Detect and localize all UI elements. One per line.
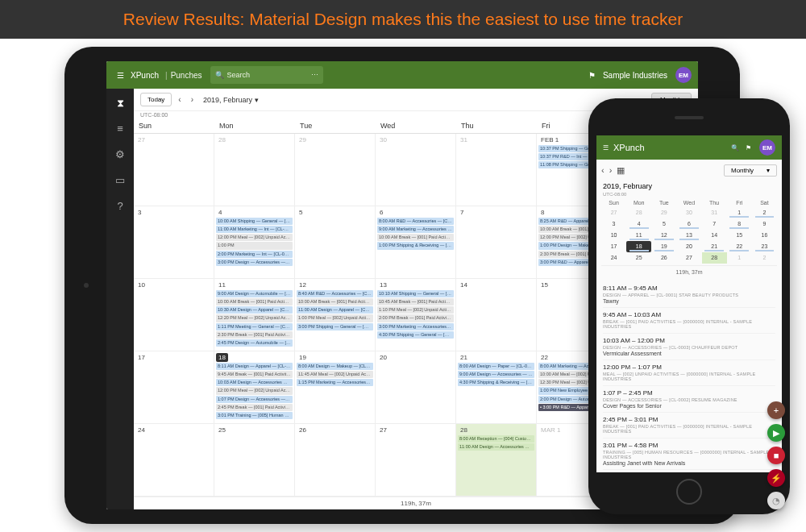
mini-cal-day[interactable]: 1 xyxy=(727,207,752,218)
calendar-event[interactable]: 10:30 AM Design — Apparel — [CL-0003 xyxy=(216,306,293,314)
mini-cal-day[interactable]: 25 xyxy=(626,252,651,264)
next-icon[interactable]: › xyxy=(609,165,613,175)
calendar-cell[interactable]: 128:40 AM R&D — Accessories — [CL-000210… xyxy=(295,279,376,351)
calendar-event[interactable]: 2:45 PM Design — Automobile — [CL-00 xyxy=(216,339,293,347)
mini-cal-day[interactable]: 27 xyxy=(601,207,626,218)
calendar-event[interactable]: 9:00 AM Design — Accessories — [CL-00 xyxy=(458,371,534,378)
fab-play-icon[interactable]: ▶ xyxy=(767,424,782,442)
search-input[interactable]: 🔍 Search ⋯ xyxy=(210,66,323,84)
mini-cal-day[interactable]: 14 xyxy=(702,230,727,241)
mini-cal-day[interactable]: 21 xyxy=(702,241,727,252)
calendar-event[interactable]: 8:00 AM Design — Paper — [CL-0002] Re xyxy=(458,363,534,370)
mini-cal-day[interactable]: 29 xyxy=(651,207,676,218)
mini-cal-day[interactable]: 2 xyxy=(752,252,777,264)
calendar-cell[interactable]: 198:00 AM Design — Makeup — [CL-0001]11:… xyxy=(295,351,376,424)
menu-icon[interactable]: ☰ xyxy=(603,144,609,152)
list-item[interactable]: 2:45 PM – 3:01 PMBREAK — [001] PAID ACTI… xyxy=(603,413,775,438)
calendar-cell[interactable]: 410:00 AM Shipping — General — [CL-00021… xyxy=(214,206,295,279)
list-item[interactable]: 3:01 PM – 4:58 PMTRAINING — [005] HUMAN … xyxy=(603,438,775,470)
calendar-event[interactable]: 10:00 AM Break — [001] Paid Activities — xyxy=(297,298,373,305)
calendar-event[interactable]: 3:01 PM Training — [005] Human Resour xyxy=(216,412,293,419)
calendar-cell[interactable]: 1310:10 AM Shipping — General — [CL-0001… xyxy=(376,279,456,351)
calendar-cell[interactable]: 30 xyxy=(376,134,456,206)
mini-cal-day[interactable]: 19 xyxy=(651,241,676,252)
mini-cal-day[interactable]: 23 xyxy=(752,241,777,252)
mini-cal-day[interactable]: 5 xyxy=(651,218,676,230)
rail-gear-icon[interactable]: ⚙ xyxy=(114,148,127,161)
prev-month-icon[interactable]: ‹ xyxy=(175,94,184,106)
mini-cal-day[interactable]: 4 xyxy=(626,218,651,230)
calendar-event[interactable]: 4:30 PM Shipping — General — [CL-0002 xyxy=(377,331,454,339)
calendar-cell[interactable]: 14 xyxy=(456,279,537,351)
fab-add-icon[interactable]: + xyxy=(767,401,782,419)
avatar[interactable]: EM xyxy=(759,139,775,156)
calendar-cell[interactable]: 7 xyxy=(456,206,537,279)
calendar-event[interactable]: 1:00 PM xyxy=(216,242,293,249)
mini-cal-day[interactable]: 18 xyxy=(626,241,651,252)
calendar-event[interactable]: 8:11 AM Design — Apparel — [CL-0001] S xyxy=(216,363,293,370)
calendar-event[interactable]: 1:11 PM Meeting — General — [CL-0001 xyxy=(216,323,293,330)
calendar-event[interactable]: 1:00 PM Meal — [002] Unpaid Activities — xyxy=(297,314,373,322)
calendar-event[interactable]: 1:00 PM Shipping & Receiving — [003] A xyxy=(377,242,454,249)
calendar-cell[interactable]: 27 xyxy=(134,134,214,206)
calendar-event[interactable]: 9:00 AM Marketing — Accessories — [CL xyxy=(377,226,454,233)
prev-icon[interactable]: ‹ xyxy=(601,165,604,175)
calendar-event[interactable]: 3:00 PM Marketing — Accessories — [CL xyxy=(377,323,454,330)
mini-cal-day[interactable]: 10 xyxy=(601,230,626,241)
calendar-event[interactable]: 8:00 AM R&D — Accessories — [CL-0002] xyxy=(377,218,454,225)
mini-cal-day[interactable]: 1 xyxy=(727,252,752,264)
calendar-cell[interactable]: 29 xyxy=(295,134,376,206)
mini-cal-day[interactable]: 28 xyxy=(626,207,651,218)
list-item[interactable]: 10:03 AM – 12:00 PMDESIGN — ACCESSORIES … xyxy=(603,334,775,360)
mini-cal-day[interactable]: 27 xyxy=(676,252,701,264)
phone-home-button[interactable] xyxy=(676,479,702,505)
mini-cal-day[interactable]: 11 xyxy=(626,230,651,241)
today-button[interactable]: Today xyxy=(140,93,172,106)
mini-cal-day[interactable]: 12 xyxy=(651,230,676,241)
calendar-cell[interactable]: 31 xyxy=(456,134,537,206)
calendar-cell[interactable]: 28 xyxy=(214,134,295,206)
mini-cal-day[interactable]: 24 xyxy=(601,252,626,264)
calendar-event[interactable]: 2:00 PM Marketing — Int — [CL-0002] Re xyxy=(216,251,293,258)
avatar[interactable]: EM xyxy=(675,67,692,83)
rail-list-icon[interactable]: ≡ xyxy=(114,123,127,135)
fab-stop-icon[interactable]: ■ xyxy=(767,447,782,464)
flag-icon[interactable]: ⚑ xyxy=(746,144,751,152)
mini-cal-day[interactable]: 7 xyxy=(702,218,727,230)
list-item[interactable]: 8:11 AM – 9:45 AMDESIGN — APPAREL — [CL-… xyxy=(603,281,775,308)
calendar-event[interactable]: 12:00 PM Meal — [002] Unpaid Activities xyxy=(216,387,293,394)
calendar-event[interactable]: 8:40 AM R&D — Accessories — [CL-0002 xyxy=(297,290,373,297)
calendar-event[interactable]: 1:10 PM Meal — [002] Unpaid Activities xyxy=(377,306,454,314)
calendar-event[interactable]: 1:15 PM Marketing — Accessories — [CL xyxy=(297,379,373,386)
calendar-event[interactable]: 10:00 AM Break — [001] Paid Activities — xyxy=(216,298,293,305)
rail-help-icon[interactable]: ? xyxy=(114,200,127,213)
flag-icon[interactable]: ⚑ xyxy=(585,71,600,80)
calendar-icon[interactable]: ▦ xyxy=(617,165,625,176)
calendar-cell[interactable]: 68:00 AM R&D — Accessories — [CL-0002]9:… xyxy=(376,206,456,279)
calendar-cell[interactable]: 27 xyxy=(376,424,456,497)
calendar-event[interactable]: 10:10 AM Shipping — General — [CL-000 xyxy=(377,290,454,297)
calendar-event[interactable]: 11:45 AM Meal — [002] Unpaid Activities xyxy=(297,371,373,378)
mini-cal-day[interactable]: 16 xyxy=(752,230,777,241)
mini-cal-day[interactable]: 31 xyxy=(702,207,727,218)
next-month-icon[interactable]: › xyxy=(188,94,197,106)
calendar-event[interactable]: 10:00 AM Break — [001] Paid Activities — xyxy=(377,234,454,241)
mini-cal-day[interactable]: 26 xyxy=(651,252,676,264)
list-item[interactable]: 9:45 AM – 10:03 AMBREAK — [001] PAID ACT… xyxy=(603,308,775,334)
search-icon[interactable]: 🔍 xyxy=(731,144,739,152)
mini-cal-day[interactable]: 9 xyxy=(752,218,777,230)
calendar-event[interactable]: 2:45 PM Break — [001] Paid Activities — … xyxy=(216,404,293,411)
calendar-event[interactable]: 1:07 PM Design — Accessories — [CL-00 xyxy=(216,396,293,403)
rail-briefcase-icon[interactable]: ▭ xyxy=(114,174,127,187)
calendar-event[interactable]: 8:00 AM Reception — [004] Customer Re xyxy=(458,435,534,443)
calendar-event[interactable]: 10:03 AM Design — Accessories — [CL-0 xyxy=(216,379,293,386)
rail-timer-icon[interactable]: ⧗ xyxy=(114,97,127,110)
calendar-event[interactable]: 4:30 PM Shipping & Receiving — [003] A xyxy=(458,379,534,386)
calendar-cell[interactable]: 26 xyxy=(295,424,376,497)
calendar-event[interactable]: 12:00 PM Meal — [002] Unpaid Activities xyxy=(216,234,293,241)
mini-cal-day[interactable]: 30 xyxy=(676,207,701,218)
calendar-cell[interactable]: 3 xyxy=(134,206,214,279)
calendar-cell[interactable]: 24 xyxy=(134,424,214,497)
calendar-event[interactable]: 11:00 AM Design — Accessories — [CL-0 xyxy=(458,443,534,451)
calendar-event[interactable]: 9:00 AM Design — Automobile — [CL-00 xyxy=(216,290,293,297)
